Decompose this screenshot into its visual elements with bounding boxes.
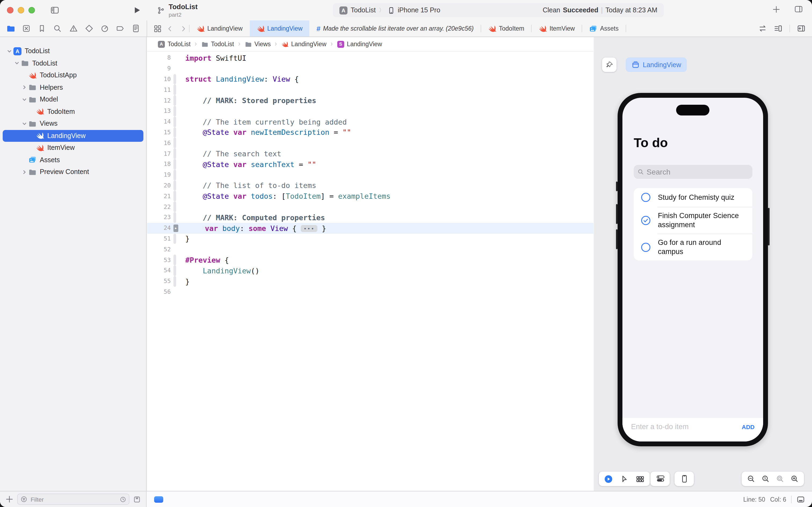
variants-button[interactable] [632, 474, 648, 483]
breadcrumb-item[interactable]: TodoList [201, 41, 234, 48]
add-button[interactable]: ADD [742, 423, 755, 442]
chevron-down-icon[interactable] [13, 61, 21, 66]
sidebar-item-preview-content[interactable]: Preview Content [0, 166, 146, 178]
preview-device-button[interactable] [675, 471, 694, 486]
filter-field[interactable] [17, 494, 129, 505]
code-line-53[interactable]: 53#Preview { [147, 255, 593, 265]
breakpoint-badge[interactable] [154, 496, 163, 502]
folded-code-pill[interactable]: ••• [301, 225, 317, 232]
add-editor-icon[interactable] [797, 24, 806, 33]
code-line-55[interactable]: 55} [147, 276, 593, 287]
code-line-56[interactable]: 56 [147, 287, 593, 297]
sidebar-item-todoitem[interactable]: TodoItem [0, 106, 146, 118]
code-line-51[interactable]: 51} [147, 233, 593, 244]
chevron-right-icon[interactable] [20, 170, 28, 175]
source-editor[interactable]: ATodoListTodoListViewsLandingViewSLandin… [147, 37, 593, 491]
breadcrumb-item[interactable]: ATodoList [158, 41, 191, 48]
chevron-right-icon[interactable] [20, 85, 28, 90]
breadcrumb-item[interactable]: SLandingView [337, 41, 382, 48]
navigator-tab-project-navigator[interactable] [6, 24, 15, 33]
code-line-14[interactable]: 14 // The item currently being added [147, 117, 593, 127]
code-area[interactable]: 8import SwiftUI910struct LandingView: Vi… [147, 52, 593, 491]
breadcrumb-item[interactable]: LandingView [281, 41, 326, 48]
code-line-13[interactable]: 13 [147, 106, 593, 117]
tab-landingview[interactable]: LandingView [249, 20, 309, 37]
code-line-15[interactable]: 15 @State var newItemDescription = "" [147, 127, 593, 138]
code-line-9[interactable]: 9 [147, 63, 593, 74]
scheme-project[interactable]: TodoList [351, 6, 375, 14]
code-line-10[interactable]: 10struct LandingView: View { [147, 74, 593, 84]
code-line-19[interactable]: 19 [147, 170, 593, 180]
editor-options-icon[interactable] [774, 24, 782, 33]
sidebar-item-helpers[interactable]: Helpers [0, 81, 146, 94]
code-line-21[interactable]: 21 @State var todos: [TodoItem] = exampl… [147, 191, 593, 202]
tab-itemview[interactable]: ItemView [532, 20, 582, 37]
check-circle-icon[interactable] [641, 215, 651, 225]
new-item-input[interactable]: Enter a to-do item [631, 423, 689, 442]
filter-input[interactable] [30, 496, 118, 503]
library-add-button[interactable] [772, 5, 780, 13]
minimap-toggle-icon[interactable] [797, 495, 805, 504]
run-button[interactable] [133, 6, 141, 14]
zoom-window-icon[interactable] [28, 7, 35, 13]
code-line-54[interactable]: 54 LandingView() [147, 265, 593, 276]
navigator-tab-debug-navigator[interactable] [101, 24, 109, 33]
sidebar-item-assets[interactable]: Assets [0, 154, 146, 166]
navigator-tab-bookmark-navigator[interactable] [38, 24, 47, 33]
circle-icon[interactable] [641, 192, 651, 203]
sidebar-item-todolist[interactable]: ATodoList [0, 45, 146, 57]
close-icon[interactable] [7, 7, 13, 13]
code-line-8[interactable]: 8import SwiftUI [147, 53, 593, 63]
tab-todoitem[interactable]: TodoItem [481, 20, 531, 37]
scheme-device[interactable]: iPhone 15 Pro [398, 6, 440, 14]
related-items-icon[interactable] [154, 24, 162, 33]
preview-target-chip[interactable]: LandingView [626, 57, 687, 72]
sidebar-item-model[interactable]: Model [0, 94, 146, 106]
zoom-in-button[interactable] [787, 475, 802, 483]
navigator-tab-breakpoint-navigator[interactable] [116, 24, 125, 33]
recent-files-icon[interactable] [120, 496, 126, 502]
navigator-tab-source-control-navigator[interactable] [22, 24, 31, 33]
scheme-selector[interactable]: A TodoList 〉 iPhone 15 Pro Clean Succeed… [333, 3, 664, 17]
code-line-16[interactable]: 16 [147, 138, 593, 149]
sidebar-item-views[interactable]: Views [0, 118, 146, 130]
navigator-tab-find-navigator[interactable] [53, 24, 62, 33]
code-line-18[interactable]: 18 @State var searchText = "" [147, 159, 593, 170]
code-line-24[interactable]: 24▸ var body: some View { ••• } [147, 223, 593, 234]
circle-icon[interactable] [641, 242, 651, 252]
tab-assets[interactable]: Assets [582, 20, 626, 37]
build-status[interactable]: Clean Succeeded | Today at 8:23 AM [543, 6, 657, 14]
minimize-icon[interactable] [18, 7, 24, 13]
navigator-tab-report-navigator[interactable] [131, 24, 140, 33]
code-line-11[interactable]: 11 [147, 84, 593, 95]
tab-landingview[interactable]: LandingView [189, 20, 249, 37]
device-settings-button[interactable] [650, 471, 670, 486]
forward-button[interactable] [180, 25, 187, 32]
code-line-17[interactable]: 17 // The search text [147, 148, 593, 159]
sidebar-item-landingview[interactable]: LandingView [3, 130, 143, 142]
navigator-tab-issue-navigator[interactable] [69, 24, 77, 33]
sidebar-item-itemview[interactable]: ItemView [0, 142, 146, 154]
navigator-tab-test-navigator[interactable] [84, 24, 93, 33]
swap-editor-icon[interactable] [758, 24, 767, 33]
search-field[interactable]: Search [634, 165, 752, 179]
flagged-files-icon[interactable] [133, 496, 141, 503]
sidebar-toggle-icon[interactable] [49, 6, 60, 14]
live-preview-button[interactable] [600, 474, 617, 483]
code-line-12[interactable]: 12 // MARK: Stored properties [147, 95, 593, 106]
breadcrumb-item[interactable]: Views [245, 41, 271, 48]
code-line-23[interactable]: 23 // MARK: Computed properties [147, 212, 593, 223]
code-line-52[interactable]: 52 [147, 244, 593, 255]
chevron-down-icon[interactable] [5, 49, 13, 54]
chevron-down-icon[interactable] [20, 121, 28, 126]
pin-preview-button[interactable] [602, 57, 617, 72]
back-button[interactable] [167, 25, 173, 32]
selectable-mode-button[interactable] [617, 475, 632, 483]
zoom-fit-button[interactable] [773, 475, 787, 483]
code-line-20[interactable]: 20 // The list of to-do items [147, 180, 593, 191]
code-line-22[interactable]: 22 [147, 202, 593, 212]
tab-made-the-scrollable-list-iterate-over-an[interactable]: #Made the scrollable list iterate over a… [309, 20, 481, 37]
inspector-toggle-icon[interactable] [793, 5, 803, 13]
sidebar-item-todolistapp[interactable]: TodoListApp [0, 69, 146, 81]
zoom-100-button[interactable]: 1 [758, 475, 773, 483]
